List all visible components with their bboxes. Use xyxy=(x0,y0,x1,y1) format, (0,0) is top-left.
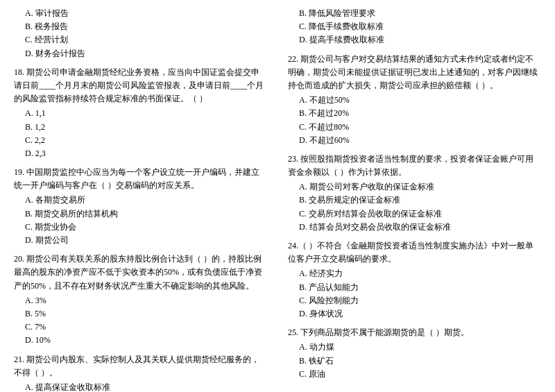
option-item: A. 提高保证金收取标准 xyxy=(25,381,267,392)
question-19-text: 19. 中国期货监控中心应当为每一个客户设立统一开户编码，并建立统一开户编码与客… xyxy=(14,166,267,192)
option-item: C. 2,2 xyxy=(25,134,267,147)
question-22-block: 22. 期货公司与客户对交易结算结果的通知方式未作约定或者约定不明确，期货公司未… xyxy=(288,53,541,147)
option-item: A. 3% xyxy=(25,294,267,307)
option-item: A. 不超过50% xyxy=(299,94,541,107)
option-item: B. 1,2 xyxy=(25,121,267,134)
question-18-text: 18. 期货公司申请金融期货经纪业务资格，应当向中国证监会提交申请日前____个… xyxy=(14,66,267,106)
option-item: D. 2,3 xyxy=(25,147,267,160)
option-item: B. 降低风险管理要求 xyxy=(299,7,541,20)
option-item: D. 期货公司 xyxy=(25,234,267,247)
option-item: C. 风险控制能力 xyxy=(299,294,541,307)
option-item: D. 结算会员对交易会员收取的保证金标准 xyxy=(299,221,541,234)
question-18-block: 18. 期货公司申请金融期货经纪业务资格，应当向中国证监会提交申请日前____个… xyxy=(14,66,267,160)
question-24-text: 24.（ ）不符合《金融期货投资者适当性制度实施办法》中对一般单位客户开立交易编… xyxy=(288,239,541,266)
question-22-text: 22. 期货公司与客户对交易结算结果的通知方式未作约定或者约定不明确，期货公司未… xyxy=(288,53,541,93)
option-item: D. 10% xyxy=(25,334,267,347)
question-24-block: 24.（ ）不符合《金融期货投资者适当性制度实施办法》中对一般单位客户开立交易编… xyxy=(288,239,541,321)
option-item: B. 铁矿石 xyxy=(299,355,541,368)
question-23-text: 23. 按照股指期货投资者适当性制度的要求，投资者保证金账户可用资金余额以（ ）… xyxy=(288,153,541,179)
question-25-text: 25. 下列商品期货不属于能源期货的是（ ）期货。 xyxy=(288,326,541,339)
option-item: B. 期货交易所的结算机构 xyxy=(25,207,267,221)
question-20-block: 20. 期货公司有关联关系的股东持股比例合计达到（ ）的，持股比例最高的股东的净… xyxy=(14,253,267,347)
left-column: A. 审计报告 B. 税务报告 C. 经营计划 D. 财务会计报告 18. 期货… xyxy=(14,7,274,392)
option-item: B. 产品认知能力 xyxy=(299,281,541,294)
option-item: C. 期货业协会 xyxy=(25,221,267,234)
option-item: B. 交易所规定的保证金标准 xyxy=(299,194,541,207)
option-item: B. 5% xyxy=(25,307,267,321)
option-item: A. 审计报告 xyxy=(25,7,267,20)
question-21-text: 21. 期货公司内股东、实际控制人及其关联人提供期货经纪服务的，不得（ ）。 xyxy=(14,353,267,380)
option-item: C. 降低手续费收取标准 xyxy=(299,20,541,33)
two-column-layout: A. 审计报告 B. 税务报告 C. 经营计划 D. 财务会计报告 18. 期货… xyxy=(14,7,541,392)
option-item: B. 不超过20% xyxy=(299,107,541,120)
option-item: C. 7% xyxy=(25,321,267,334)
option-item: D. 身体状况 xyxy=(299,307,541,321)
option-item: A. 期货公司对客户收取的保证金标准 xyxy=(299,180,541,194)
option-item: A. 1,1 xyxy=(25,107,267,120)
option-item: D. 提高手续费收取标准 xyxy=(299,33,541,46)
option-item: C. 不超过80% xyxy=(299,121,541,134)
option-item: B. 税务报告 xyxy=(25,20,267,33)
option-item: D. 财务会计报告 xyxy=(25,47,267,60)
question-25-block: 25. 下列商品期货不属于能源期货的是（ ）期货。 A. 动力煤 B. 铁矿石 … xyxy=(288,326,541,381)
right-column: B. 降低风险管理要求 C. 降低手续费收取标准 D. 提高手续费收取标准 22… xyxy=(281,7,541,392)
question-block-cont: A. 审计报告 B. 税务报告 C. 经营计划 D. 财务会计报告 xyxy=(14,7,267,60)
option-item: C. 经营计划 xyxy=(25,33,267,46)
page-container: A. 审计报告 B. 税务报告 C. 经营计划 D. 财务会计报告 18. 期货… xyxy=(14,7,541,392)
option-item: C. 交易所对结算会员收取的保证金标准 xyxy=(299,207,541,221)
question-19-block: 19. 中国期货监控中心应当为每一个客户设立统一开户编码，并建立统一开户编码与客… xyxy=(14,166,267,247)
question-21-cont-block: B. 降低风险管理要求 C. 降低手续费收取标准 D. 提高手续费收取标准 xyxy=(288,7,541,47)
question-20-text: 20. 期货公司有关联关系的股东持股比例合计达到（ ）的，持股比例最高的股东的净… xyxy=(14,253,267,293)
option-item: C. 原油 xyxy=(299,368,541,381)
question-21-block: 21. 期货公司内股东、实际控制人及其关联人提供期货经纪服务的，不得（ ）。 A… xyxy=(14,353,267,393)
option-item: D. 不超过60% xyxy=(299,134,541,147)
option-item: A. 经济实力 xyxy=(299,267,541,280)
option-item: A. 各期货交易所 xyxy=(25,194,267,207)
option-item: A. 动力煤 xyxy=(299,341,541,354)
question-23-block: 23. 按照股指期货投资者适当性制度的要求，投资者保证金账户可用资金余额以（ ）… xyxy=(288,153,541,234)
